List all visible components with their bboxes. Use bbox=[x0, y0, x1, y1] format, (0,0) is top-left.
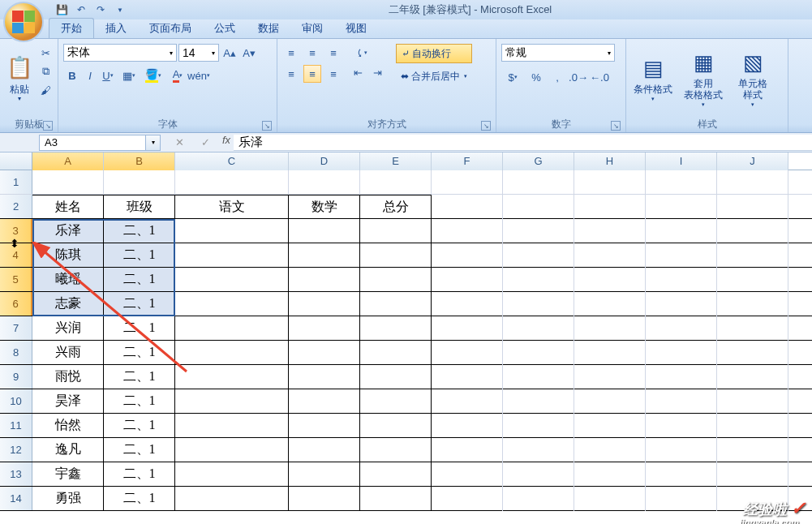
cell[interactable] bbox=[432, 341, 503, 365]
cell[interactable] bbox=[717, 414, 788, 438]
cell[interactable] bbox=[360, 341, 432, 365]
conditional-format-button[interactable]: ▤ 条件格式▾ bbox=[629, 41, 677, 114]
align-top-button[interactable]: ≡ bbox=[282, 44, 300, 62]
tab-data[interactable]: 数据 bbox=[247, 19, 290, 38]
align-right-button[interactable]: ≡ bbox=[324, 65, 342, 83]
cell[interactable]: 二、1 bbox=[104, 365, 175, 389]
align-left-button[interactable]: ≡ bbox=[282, 65, 300, 83]
cell[interactable] bbox=[289, 438, 360, 462]
cell[interactable] bbox=[175, 365, 289, 389]
cell[interactable] bbox=[503, 316, 574, 341]
select-all-corner[interactable] bbox=[0, 152, 32, 170]
align-center-button[interactable]: ≡ bbox=[303, 65, 321, 83]
tab-review[interactable]: 审阅 bbox=[290, 19, 334, 38]
cell[interactable] bbox=[646, 243, 717, 268]
cell[interactable] bbox=[360, 316, 432, 341]
redo-button[interactable]: ↷ bbox=[92, 2, 109, 17]
col-header-i[interactable]: I bbox=[646, 152, 717, 170]
col-header-c[interactable]: C bbox=[175, 152, 289, 170]
cell[interactable]: 二、1 bbox=[104, 219, 175, 243]
cell[interactable] bbox=[574, 316, 646, 341]
cell[interactable] bbox=[646, 341, 717, 365]
cell[interactable] bbox=[646, 170, 717, 195]
row-header-3[interactable]: 3 bbox=[0, 219, 32, 243]
cell[interactable]: 宇鑫 bbox=[32, 462, 104, 487]
cell[interactable] bbox=[289, 389, 360, 414]
cell[interactable] bbox=[503, 341, 574, 365]
cell[interactable]: 昊泽 bbox=[32, 389, 104, 414]
cell[interactable]: 兴雨 bbox=[32, 341, 104, 365]
increase-decimal-button[interactable]: .0→ bbox=[569, 68, 587, 86]
font-color-button[interactable]: A▾ bbox=[165, 67, 190, 84]
cell[interactable] bbox=[503, 462, 574, 487]
col-header-e[interactable]: E bbox=[360, 152, 432, 170]
cell[interactable] bbox=[503, 365, 574, 389]
accept-formula-button[interactable]: ✓ bbox=[196, 134, 214, 152]
cell[interactable] bbox=[175, 462, 289, 487]
cell[interactable] bbox=[104, 170, 175, 195]
cell[interactable] bbox=[432, 365, 503, 389]
cell[interactable] bbox=[175, 389, 289, 414]
cell[interactable] bbox=[432, 195, 503, 219]
row-header-8[interactable]: 8 bbox=[0, 341, 32, 364]
cell[interactable] bbox=[717, 438, 788, 462]
cell[interactable] bbox=[360, 487, 432, 511]
number-launcher[interactable]: ↘ bbox=[611, 121, 621, 131]
cell[interactable] bbox=[503, 389, 574, 414]
orientation-button[interactable]: ⤹▾ bbox=[349, 44, 373, 62]
row-header-13[interactable]: 13 bbox=[0, 462, 32, 486]
cell[interactable] bbox=[432, 170, 503, 195]
cell[interactable] bbox=[432, 462, 503, 487]
cell[interactable] bbox=[646, 487, 717, 511]
cell[interactable] bbox=[32, 170, 104, 195]
cell[interactable] bbox=[503, 438, 574, 462]
cell[interactable] bbox=[432, 243, 503, 268]
row-header-12[interactable]: 12 bbox=[0, 438, 32, 462]
percent-button[interactable]: % bbox=[527, 68, 545, 86]
cell[interactable] bbox=[175, 438, 289, 462]
cell[interactable] bbox=[646, 365, 717, 389]
cell[interactable] bbox=[717, 389, 788, 414]
decrease-font-button[interactable]: A▾ bbox=[240, 44, 258, 62]
font-name-select[interactable]: 宋体▾ bbox=[63, 44, 177, 62]
cell[interactable] bbox=[432, 268, 503, 292]
cell[interactable]: 曦瑶 bbox=[32, 268, 104, 292]
cell[interactable]: 乐泽 bbox=[32, 219, 104, 243]
cell[interactable] bbox=[717, 170, 788, 195]
cell[interactable] bbox=[175, 414, 289, 438]
fx-icon[interactable]: fx bbox=[222, 134, 230, 152]
cell[interactable] bbox=[574, 292, 646, 316]
cell[interactable] bbox=[175, 170, 289, 195]
cell[interactable]: 二、1 bbox=[104, 438, 175, 462]
cell[interactable] bbox=[503, 414, 574, 438]
cell[interactable] bbox=[289, 414, 360, 438]
align-middle-button[interactable]: ≡ bbox=[303, 44, 321, 62]
underline-button[interactable]: U▾ bbox=[99, 67, 117, 84]
align-bottom-button[interactable]: ≡ bbox=[324, 44, 342, 62]
cell[interactable]: 数学 bbox=[289, 195, 360, 219]
col-header-g[interactable]: G bbox=[503, 152, 574, 170]
cell[interactable] bbox=[503, 243, 574, 268]
cell[interactable] bbox=[646, 414, 717, 438]
cell[interactable]: 班级 bbox=[104, 195, 175, 219]
row-header-5[interactable]: 5 bbox=[0, 268, 32, 291]
cell[interactable] bbox=[360, 243, 432, 268]
cell[interactable] bbox=[503, 487, 574, 511]
cell[interactable] bbox=[175, 292, 289, 316]
cell[interactable] bbox=[574, 243, 646, 268]
font-size-select[interactable]: 14▾ bbox=[178, 44, 219, 62]
cell[interactable]: 二、1 bbox=[104, 462, 175, 487]
cell[interactable] bbox=[646, 219, 717, 243]
cell[interactable] bbox=[574, 268, 646, 292]
cell[interactable]: 总分 bbox=[360, 195, 432, 219]
cell[interactable] bbox=[717, 243, 788, 268]
cell[interactable] bbox=[574, 414, 646, 438]
cell[interactable] bbox=[574, 487, 646, 511]
cell[interactable] bbox=[289, 365, 360, 389]
cell[interactable] bbox=[432, 414, 503, 438]
clipboard-launcher[interactable]: ↘ bbox=[43, 121, 53, 131]
tab-insert[interactable]: 插入 bbox=[94, 19, 138, 38]
cell[interactable]: 二、1 bbox=[104, 243, 175, 268]
cell[interactable] bbox=[432, 219, 503, 243]
cell[interactable] bbox=[289, 219, 360, 243]
